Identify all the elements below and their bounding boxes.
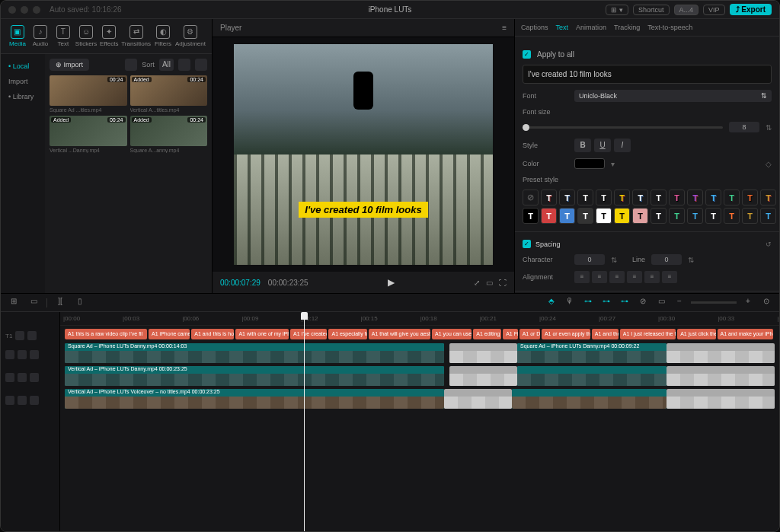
scale-icon[interactable]: ⤢ xyxy=(474,279,480,287)
text-preset[interactable]: T xyxy=(614,190,630,205)
sort-button[interactable]: Sort xyxy=(142,61,155,68)
text-clip[interactable]: A1 or D xyxy=(519,329,540,339)
text-preset[interactable]: T xyxy=(596,190,612,205)
align-bottom-button[interactable]: ≡ xyxy=(662,271,677,283)
refresh-icon[interactable] xyxy=(178,59,190,71)
character-input[interactable]: 0 xyxy=(574,254,605,265)
player-menu-icon[interactable]: ≡ xyxy=(502,24,507,32)
tool-tab-stickers[interactable]: ☺Stickers xyxy=(75,24,97,49)
underline-button[interactable]: U xyxy=(594,139,611,152)
text-preset[interactable]: ⊘ xyxy=(523,190,539,205)
playhead[interactable] xyxy=(304,312,305,531)
align-right-button[interactable]: ≡ xyxy=(609,271,625,283)
text-preset[interactable]: T xyxy=(651,208,667,224)
text-clip[interactable]: A1 just click the lin xyxy=(677,329,715,339)
text-clip[interactable]: A1 you can use th xyxy=(432,329,472,339)
text-preset[interactable]: T xyxy=(742,208,758,224)
sidebar-item[interactable]: • Library xyxy=(1,89,45,104)
tl-magnet1-icon[interactable]: ⊶ xyxy=(581,297,595,309)
tool-tab-audio[interactable]: ♪Audio xyxy=(30,24,51,49)
tl-split-icon[interactable]: ][ xyxy=(53,297,67,309)
caption-overlay[interactable]: I've created 10 film looks xyxy=(299,202,427,218)
video-track[interactable]: Square Ad – iPhone LUTs Danny.mp4 00:00:… xyxy=(60,342,779,364)
align-center-button[interactable]: ≡ xyxy=(592,271,607,283)
inspector-tab-captions[interactable]: Captions xyxy=(521,24,548,31)
text-preset[interactable]: T xyxy=(760,190,776,205)
align-middle-button[interactable]: ≡ xyxy=(644,271,660,283)
lock-icon[interactable] xyxy=(15,331,24,340)
text-preset[interactable]: T xyxy=(541,190,557,205)
tl-magnet3-icon[interactable]: ⊶ xyxy=(618,297,631,309)
text-preset[interactable]: T xyxy=(687,208,703,224)
minimize-icon[interactable] xyxy=(21,6,28,14)
text-clip[interactable]: A1 this is a raw video clip I've fil xyxy=(65,329,147,339)
ratio-icon[interactable]: ▭ xyxy=(486,279,493,287)
play-button[interactable]: ▶ xyxy=(388,277,395,288)
inspector-tab-text-to-speech[interactable]: Text-to-speech xyxy=(647,24,692,31)
text-preset[interactable]: T xyxy=(669,190,685,205)
zoom-out-icon[interactable]: − xyxy=(673,297,686,309)
video-clip[interactable]: Square Ad – iPhone LUTs Danny.mp4 00:00:… xyxy=(65,343,444,363)
text-preset[interactable]: T xyxy=(705,208,721,224)
text-clip[interactable]: A1 with one of my iPh xyxy=(235,329,289,339)
inspector-tab-animation[interactable]: Animation xyxy=(576,24,606,31)
video-clip[interactable] xyxy=(667,366,775,386)
visibility-icon[interactable] xyxy=(18,350,27,359)
search-icon[interactable] xyxy=(195,59,207,71)
text-preset[interactable]: T xyxy=(742,190,758,205)
tool-tab-media[interactable]: ▣Media xyxy=(7,24,28,49)
fullscreen-icon[interactable]: ⛶ xyxy=(499,279,507,287)
layout-icon[interactable]: ⊞ ▾ xyxy=(606,5,628,15)
text-preset[interactable]: T xyxy=(523,208,539,224)
text-preset[interactable]: T xyxy=(687,190,703,205)
media-thumb[interactable]: Added00:24Square A...anny.mp4 xyxy=(130,116,208,153)
video-clip[interactable] xyxy=(517,366,667,386)
sidebar-item[interactable]: • Local xyxy=(1,59,45,74)
video-track[interactable]: Vertical Ad – iPhone LUTs Danny.mp4 00:0… xyxy=(60,365,779,387)
tl-cursor-icon[interactable]: ⬘ xyxy=(545,297,558,309)
text-preset[interactable]: T xyxy=(724,208,740,224)
inspector-tab-tracking[interactable]: Tracking xyxy=(614,24,640,31)
filter-all-button[interactable]: All xyxy=(159,59,174,71)
line-input[interactable]: 0 xyxy=(651,254,682,265)
media-thumb[interactable]: 00:24Square Ad ...itles.mp4 xyxy=(50,75,127,113)
export-button[interactable]: ⤴ Export xyxy=(730,4,772,15)
tool-tab-filters[interactable]: ◐Filters xyxy=(152,24,174,49)
zoom-slider[interactable] xyxy=(691,301,737,304)
text-preset[interactable]: T xyxy=(760,208,776,224)
fontsize-input[interactable]: 8 xyxy=(729,122,759,132)
sidebar-item[interactable]: Import xyxy=(1,74,45,89)
text-clip[interactable]: A1 I just released the ful xyxy=(620,329,676,339)
video-clip[interactable]: Square Ad – iPhone LUTs Danny.mp4 00:00:… xyxy=(517,343,667,363)
text-preset[interactable]: T xyxy=(596,208,612,224)
text-preset[interactable]: T xyxy=(632,190,648,205)
maximize-icon[interactable] xyxy=(33,6,40,14)
align-top-button[interactable]: ≡ xyxy=(627,271,642,283)
video-track[interactable]: Vertical Ad – iPhone LUTs Voiceover – no… xyxy=(60,388,779,409)
text-preset[interactable]: T xyxy=(577,208,593,224)
mute-icon[interactable] xyxy=(5,350,14,359)
visibility-icon[interactable] xyxy=(18,373,27,382)
media-thumb[interactable]: Added00:24Vertical ...Danny.mp4 xyxy=(50,116,127,153)
text-content-field[interactable]: I've created 10 film looks xyxy=(523,65,772,84)
video-clip[interactable]: Vertical Ad – iPhone LUTs Voiceover – no… xyxy=(65,389,444,409)
text-preset[interactable]: T xyxy=(651,190,667,205)
text-preset[interactable]: T xyxy=(669,208,685,224)
text-clip[interactable]: A1 I've created 10 xyxy=(290,329,327,339)
spacing-checkbox[interactable]: ✓ xyxy=(523,240,531,248)
color-swatch[interactable] xyxy=(574,158,605,169)
color-reset-icon[interactable]: ◇ xyxy=(766,160,772,168)
import-button[interactable]: ⊕ Import xyxy=(50,59,89,71)
italic-button[interactable]: I xyxy=(614,139,631,152)
close-icon[interactable] xyxy=(8,6,16,14)
preview-canvas[interactable]: I've created 10 film looks xyxy=(234,44,493,265)
view-toggle-icon[interactable] xyxy=(125,59,137,71)
lock-icon[interactable] xyxy=(30,373,39,382)
lock-icon[interactable] xyxy=(30,396,39,405)
tl-preview-icon[interactable]: ▭ xyxy=(654,297,668,309)
text-track[interactable]: A1 this is a raw video clip I've filA1 i… xyxy=(60,327,779,341)
text-clip[interactable]: A1 and this is how xyxy=(191,329,234,339)
video-clip[interactable] xyxy=(512,389,667,409)
tool-tab-effects[interactable]: ✦Effects xyxy=(98,24,120,49)
inspector-tab-text[interactable]: Text xyxy=(556,24,569,31)
